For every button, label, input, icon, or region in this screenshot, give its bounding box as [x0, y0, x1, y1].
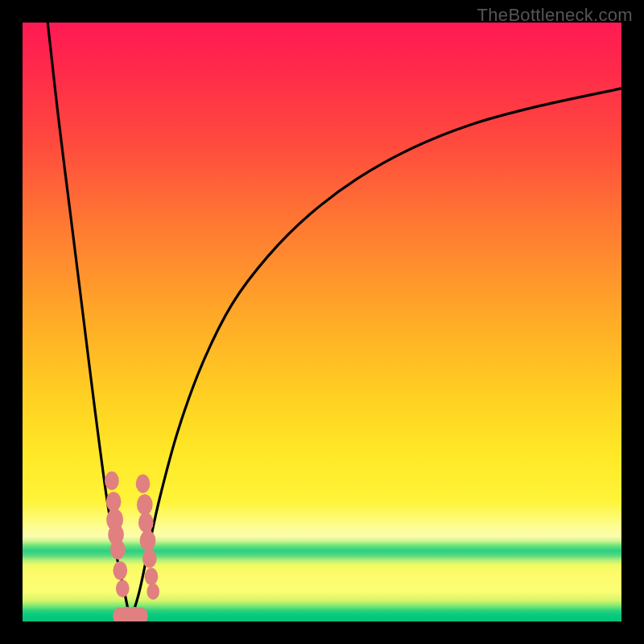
highlight-dot — [106, 492, 122, 511]
highlight-dot — [147, 584, 159, 600]
highlight-dot — [113, 561, 127, 580]
chart-frame: TheBottleneck.com — [0, 0, 644, 644]
highlight-dot — [105, 472, 119, 490]
highlight-dot — [142, 549, 157, 568]
highlight-dot — [140, 530, 156, 551]
curve-layer — [23, 23, 621, 621]
curve-right-branch — [130, 89, 621, 621]
highlight-dot — [138, 513, 154, 532]
watermark-text: TheBottleneck.com — [477, 5, 633, 26]
highlight-dot — [110, 539, 126, 559]
highlight-dot — [137, 494, 153, 515]
highlight-dot — [116, 580, 130, 597]
highlight-dot — [136, 474, 151, 493]
plot-area — [23, 23, 621, 621]
highlight-dot — [145, 568, 159, 585]
